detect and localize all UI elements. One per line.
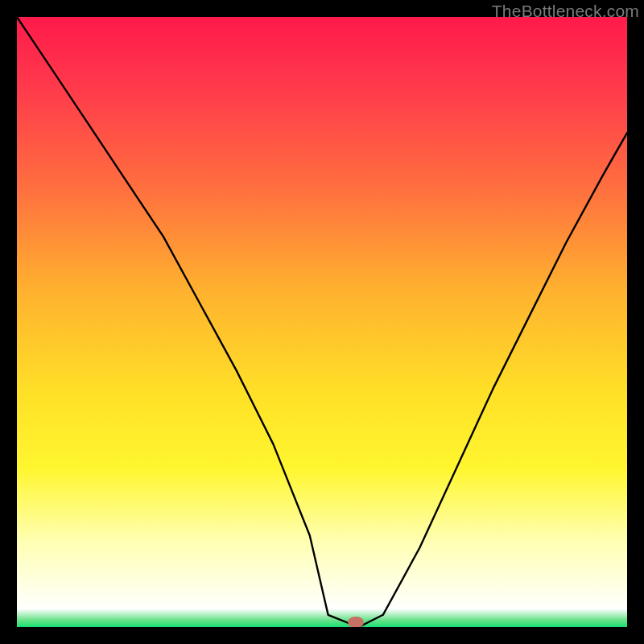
optimal-point-marker xyxy=(348,617,364,627)
bottleneck-curve xyxy=(17,17,627,627)
watermark-text: TheBottleneck.com xyxy=(492,2,639,21)
chart-frame: TheBottleneck.com xyxy=(0,0,644,644)
plot-area xyxy=(17,17,627,627)
